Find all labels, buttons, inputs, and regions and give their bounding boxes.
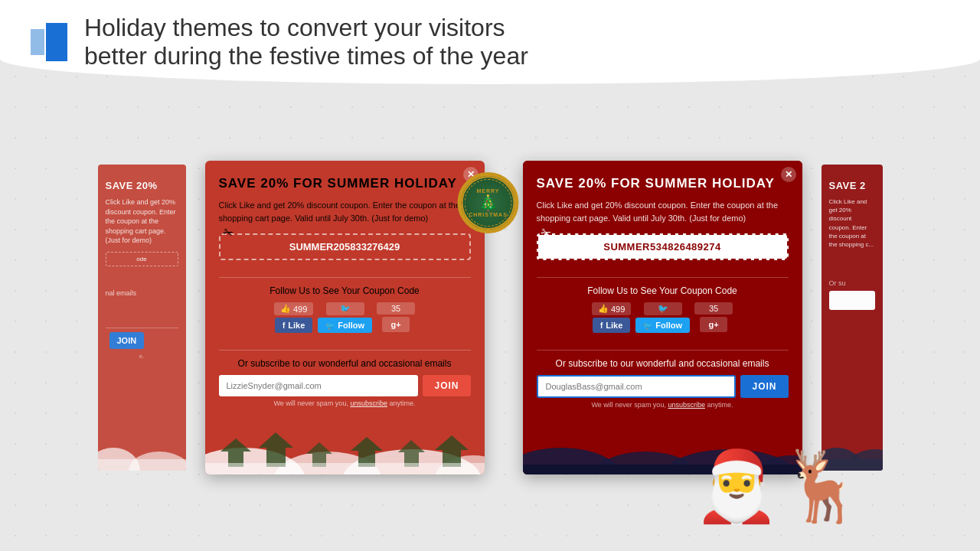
card2-divider bbox=[537, 277, 789, 278]
header-title-line2: better during the festive times of the y… bbox=[84, 42, 528, 70]
card1: ✕ SAVE 20% FOR SUMMER HOLIDAY Click Like… bbox=[205, 161, 485, 474]
card2-join-btn[interactable]: JOIN bbox=[740, 375, 788, 398]
card2-snow-bottom bbox=[523, 417, 802, 474]
svg-rect-24 bbox=[523, 465, 802, 474]
card2-title: SAVE 20% FOR SUMMER HOLIDAY bbox=[537, 176, 789, 191]
card1-tw-count: 🐦 bbox=[326, 302, 364, 315]
card1-fb-like-btn[interactable]: f Like bbox=[275, 318, 312, 333]
card1-gp-col: 35 g+ bbox=[377, 302, 415, 333]
main-content: SAVE 20% Click Like and get 20% discount… bbox=[0, 84, 980, 551]
card2-social-row: 👍 499 f Like 🐦 bbox=[537, 302, 789, 333]
cards-scene: SAVE 20% Click Like and get 20% discount… bbox=[0, 84, 980, 551]
partial-right-desc: Click Like and get 20% discount coupon. … bbox=[829, 197, 875, 249]
card2-subscribe-section: Or subscribe to our wonderful and occasi… bbox=[537, 358, 789, 409]
partial-right-orsub: Or su bbox=[829, 279, 875, 287]
header-title: Holiday themes to convert your visitors … bbox=[84, 14, 528, 70]
card2-unsubscribe-link[interactable]: unsubscribe bbox=[668, 401, 705, 409]
christmas-badge-wrapper: MERRY 🎄 CHRISTMAS bbox=[458, 172, 523, 237]
card1-join-btn[interactable]: JOIN bbox=[423, 375, 470, 396]
card1-form-row: JOIN bbox=[219, 375, 471, 396]
brand-logo bbox=[31, 23, 69, 61]
partial-left-subscribe: nal emails bbox=[106, 289, 178, 297]
card1-social-row: 👍 499 f Like 🐦 bbox=[219, 302, 471, 333]
card2-tw-count: 🐦 bbox=[644, 302, 682, 315]
card1-spam-text: We will never spam you, unsubscribe anyt… bbox=[219, 399, 471, 407]
badge-tree-icon: 🎄 bbox=[479, 194, 498, 212]
card1-email-input[interactable] bbox=[219, 375, 419, 396]
svg-rect-2 bbox=[98, 459, 186, 471]
card1-fb-col: 👍 499 f Like bbox=[274, 302, 313, 333]
christmas-badge: MERRY 🎄 CHRISTMAS bbox=[458, 172, 519, 233]
card1-gp-btn[interactable]: g+ bbox=[382, 317, 410, 332]
card2-gp-btn[interactable]: g+ bbox=[700, 317, 727, 332]
card1-tw-follow-btn[interactable]: 🐦 Follow bbox=[318, 318, 372, 333]
card1-coupon-area: ✂ SUMMER205833276429 bbox=[219, 233, 471, 260]
card2-description: Click Like and get 20% discount coupon. … bbox=[537, 199, 789, 224]
partial-left-coupon: ode bbox=[106, 252, 178, 266]
card2-tw-follow-btn[interactable]: 🐦 Follow bbox=[635, 318, 690, 333]
card2-tw-col: 🐦 🐦 Follow bbox=[635, 302, 690, 333]
partial-left-title: SAVE 20% bbox=[106, 180, 178, 191]
card2-coupon-box: SUMMER534826489274 bbox=[537, 233, 789, 260]
card1-subscribe-section: Or subscribe to our wonderful and occasi… bbox=[219, 358, 471, 407]
badge-christmas-text: CHRISTMAS bbox=[469, 212, 508, 217]
card2-spam-text: We will never spam you, unsubscribe anyt… bbox=[537, 401, 789, 409]
card2-fb-like-btn[interactable]: f Like bbox=[593, 318, 630, 333]
partial-left-desc: Click Like and get 20% discount coupon. … bbox=[106, 197, 178, 246]
card2-form-row: JOIN bbox=[537, 375, 789, 398]
card1-fb-count: 👍 499 bbox=[274, 302, 313, 315]
card2-follow-title: Follow Us to See Your Coupon Code bbox=[537, 285, 789, 296]
card1-title: SAVE 20% FOR SUMMER HOLIDAY bbox=[219, 176, 471, 191]
card1-follow-title: Follow Us to See Your Coupon Code bbox=[219, 285, 471, 296]
card2: ✕ SAVE 20% FOR SUMMER HOLIDAY Click Like… bbox=[523, 161, 802, 474]
badge-merry-text: MERRY bbox=[476, 188, 499, 194]
header-title-line1: Holiday themes to convert your visitors bbox=[84, 14, 528, 42]
card2-follow-section: Follow Us to See Your Coupon Code 👍 499 … bbox=[537, 285, 789, 333]
header: Holiday themes to convert your visitors … bbox=[0, 0, 980, 84]
partial-right-title: SAVE 2 bbox=[829, 180, 875, 191]
card2-close-btn[interactable]: ✕ bbox=[781, 167, 796, 182]
card1-divider2 bbox=[219, 350, 471, 350]
partial-left-spam: e. bbox=[106, 353, 178, 360]
svg-rect-27 bbox=[822, 459, 883, 471]
card1-subscribe-label: Or subscribe to our wonderful and occasi… bbox=[219, 358, 471, 369]
card1-follow-section: Follow Us to See Your Coupon Code 👍 499 … bbox=[219, 285, 471, 333]
snow-bottom-left bbox=[98, 413, 186, 471]
card2-fb-count: 👍 499 bbox=[592, 302, 631, 315]
card1-coupon-box: SUMMER205833276429 bbox=[219, 233, 471, 260]
snow-bottom-right bbox=[822, 413, 883, 471]
card2-subscribe-label: Or subscribe to our wonderful and occasi… bbox=[537, 358, 789, 369]
card2-email-input[interactable] bbox=[537, 375, 737, 398]
card2-gp-col: 35 g+ bbox=[694, 302, 733, 333]
card1-divider bbox=[219, 277, 471, 278]
card2-divider2 bbox=[537, 350, 789, 350]
card1-description: Click Like and get 20% discount coupon. … bbox=[219, 199, 471, 224]
card1-unsubscribe-link[interactable]: unsubscribe bbox=[350, 399, 387, 407]
partial-left-join-btn[interactable]: JOIN bbox=[109, 332, 145, 349]
partial-right-card: SAVE 2 Click Like and get 20% discount c… bbox=[822, 165, 883, 471]
card1-tw-col: 🐦 🐦 Follow bbox=[318, 302, 372, 333]
partial-left-card: SAVE 20% Click Like and get 20% discount… bbox=[98, 165, 186, 471]
card2-coupon-area: ✂ SUMMER534826489274 bbox=[537, 233, 789, 260]
card1-gp-count: 35 bbox=[377, 302, 415, 315]
card2-gp-count: 35 bbox=[694, 302, 733, 315]
card2-fb-col: 👍 499 f Like bbox=[592, 302, 631, 333]
